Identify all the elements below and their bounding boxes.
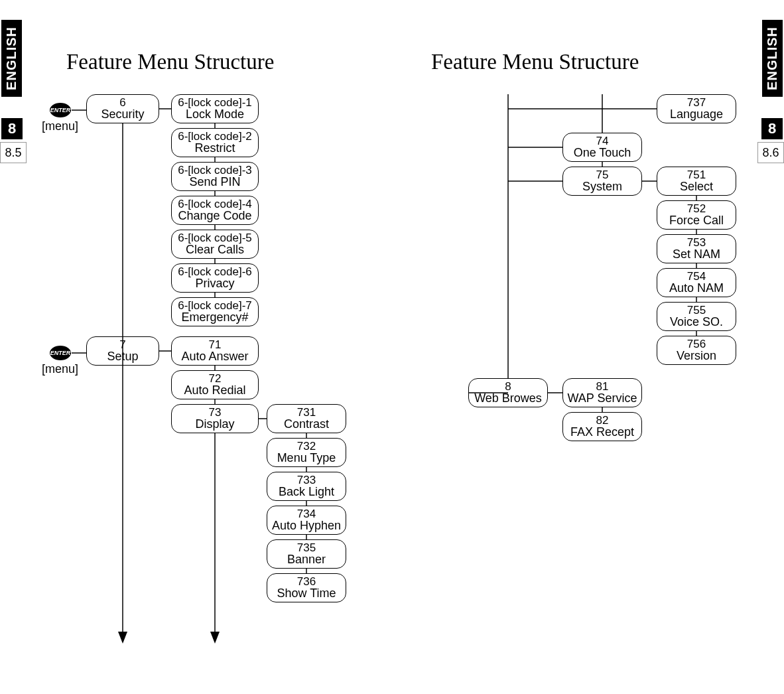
node-wap-service: 81WAP Service bbox=[562, 378, 642, 407]
node-force-call: 752Force Call bbox=[657, 200, 736, 230]
node-security: 6 Security bbox=[86, 94, 159, 123]
node-restrict: 6-[lock code]-2Restrict bbox=[171, 128, 259, 157]
svg-marker-37 bbox=[210, 632, 220, 644]
node-auto-answer: 71Auto Answer bbox=[171, 336, 259, 366]
node-system: 75System bbox=[562, 167, 642, 196]
menu-label: [menu] bbox=[42, 119, 78, 133]
node-contrast: 731Contrast bbox=[267, 404, 346, 433]
right-lang-tab: ENGLISH bbox=[762, 20, 783, 97]
node-fax-recept: 82FAX Recept bbox=[562, 412, 642, 441]
node-setup: 7 Setup bbox=[86, 336, 159, 366]
svg-marker-36 bbox=[118, 632, 127, 644]
node-send-pin: 6-[lock code]-3Send PIN bbox=[171, 162, 259, 191]
node-set-nam: 753Set NAM bbox=[657, 234, 736, 263]
node-show-time: 736Show Time bbox=[267, 573, 346, 602]
node-select: 751Select bbox=[657, 167, 736, 196]
node-voice-so: 755Voice SO. bbox=[657, 302, 736, 331]
node-banner: 735Banner bbox=[267, 539, 346, 569]
node-privacy: 6-[lock code]-6Privacy bbox=[171, 263, 259, 293]
right-page-tab: 8.6 bbox=[757, 142, 784, 163]
left-chapter-tab: 8 bbox=[1, 118, 23, 139]
enter-icon: ENTER bbox=[50, 346, 71, 360]
node-display: 73Display bbox=[171, 404, 259, 433]
node-lock-mode: 6-[lock code]-1Lock Mode bbox=[171, 94, 259, 123]
node-clear-calls: 6-[lock code]-5Clear Calls bbox=[171, 230, 259, 259]
node-change-code: 6-[lock code]-4Change Code bbox=[171, 196, 259, 225]
node-emergency: 6-[lock code]-7Emergency# bbox=[171, 297, 259, 326]
node-menu-type: 732Menu Type bbox=[267, 438, 346, 467]
node-one-touch: 74One Touch bbox=[562, 133, 642, 162]
node-back-light: 733Back Light bbox=[267, 472, 346, 501]
left-lang-tab: ENGLISH bbox=[1, 20, 22, 97]
node-auto-nam: 754Auto NAM bbox=[657, 268, 736, 297]
node-version: 756Version bbox=[657, 336, 736, 365]
node-code: 6 bbox=[119, 97, 125, 109]
menu-label: [menu] bbox=[42, 362, 78, 376]
right-heading: Feature Menu Structure bbox=[431, 50, 639, 74]
node-auto-hyphen: 734Auto Hyphen bbox=[267, 506, 346, 535]
enter-icon: ENTER bbox=[50, 103, 71, 117]
left-page-tab: 8.5 bbox=[0, 142, 27, 163]
node-auto-redial: 72Auto Redial bbox=[171, 370, 259, 399]
page-spread: ENGLISH 8 8.5 ENGLISH 8 8.6 Feature Menu… bbox=[0, 0, 784, 694]
node-label: Security bbox=[101, 108, 144, 121]
node-language: 737Language bbox=[657, 94, 736, 123]
right-chapter-tab: 8 bbox=[761, 118, 783, 139]
left-heading: Feature Menu Structure bbox=[66, 50, 274, 74]
node-web-browes: 8Web Browes bbox=[468, 378, 548, 407]
